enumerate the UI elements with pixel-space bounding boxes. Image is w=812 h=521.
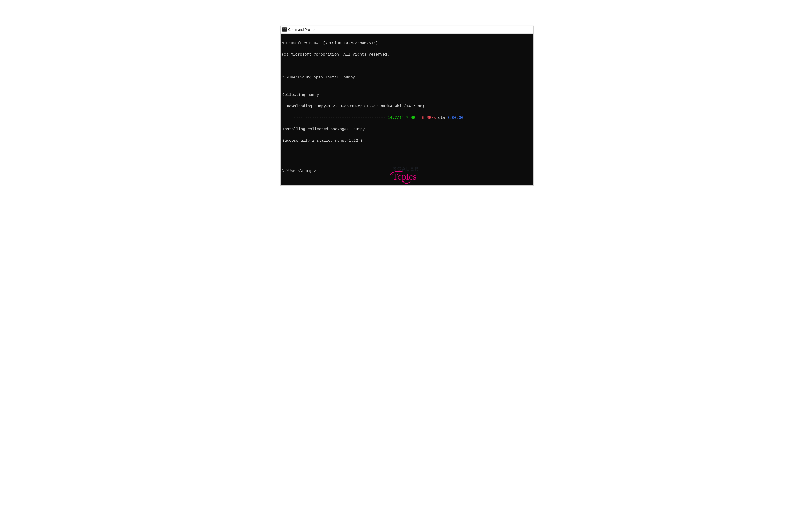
progress-bar-dashes: ----------------------------------------	[282, 116, 388, 120]
output-installing: Installing collected packages: numpy	[281, 127, 532, 132]
output-collecting: Collecting numpy	[281, 92, 532, 98]
command-prompt-icon: C:\	[282, 27, 287, 32]
banner-copyright: (c) Microsoft Corporation. All rights re…	[281, 52, 533, 58]
command-line-1: C:\Users\durgu>pip install numpy	[281, 75, 533, 81]
output-success: Successfully installed numpy-1.22.3	[281, 138, 532, 143]
prompt-path-1: C:\Users\durgu>	[282, 75, 316, 80]
page: C:\ Command Prompt Microsoft Windows [Ve…	[243, 0, 569, 209]
output-downloading: Downloading numpy-1.22.3-cp310-cp310-win…	[281, 104, 532, 109]
progress-eta-value: 0:00:00	[447, 116, 463, 120]
highlighted-output-box: Collecting numpy Downloading numpy-1.22.…	[281, 86, 533, 151]
command-prompt-window: C:\ Command Prompt Microsoft Windows [Ve…	[280, 25, 534, 186]
blank-line	[281, 63, 533, 69]
progress-speed: 4.5 MB/s	[415, 116, 436, 120]
svg-text:Topics: Topics	[392, 172, 416, 182]
output-progress: ----------------------------------------…	[281, 115, 532, 121]
progress-eta-label: eta	[436, 116, 447, 120]
banner-version: Microsoft Windows [Version 10.0.22000.61…	[281, 40, 533, 46]
window-title: Command Prompt	[288, 28, 316, 31]
scaler-topics-logo: SCALER Topics	[243, 166, 569, 185]
brand-line-2: Topics	[388, 171, 424, 185]
terminal-output[interactable]: Microsoft Windows [Version 10.0.22000.61…	[281, 33, 533, 185]
progress-size: 14.7/14.7 MB	[388, 116, 415, 120]
window-titlebar[interactable]: C:\ Command Prompt	[281, 26, 533, 33]
blank-line-2	[281, 157, 533, 162]
command-typed: pip install numpy	[316, 75, 355, 80]
